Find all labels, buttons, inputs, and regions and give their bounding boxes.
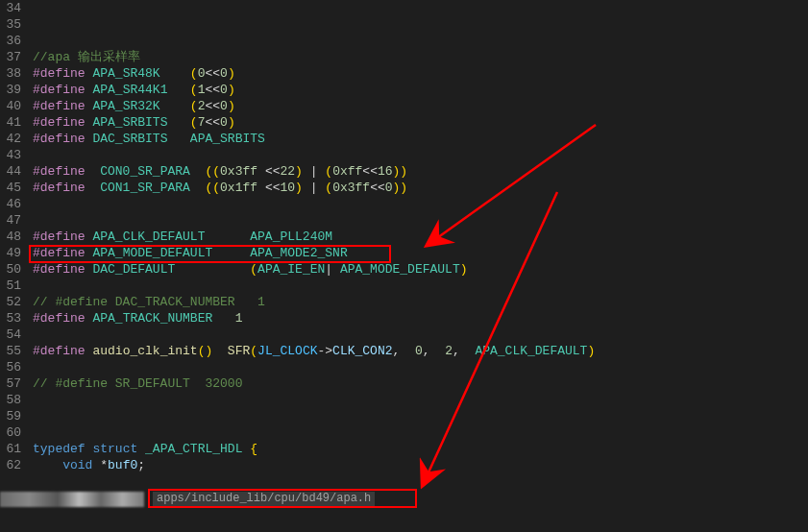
code-line[interactable]: #define APA_MODE_DEFAULT APA_MODE2_SNR [33,245,808,261]
code-line[interactable]: #define APA_SR32K (2<<0) [33,98,808,114]
line-number: 44 [0,163,21,180]
code-line[interactable] [33,147,808,163]
line-number: 47 [0,212,21,229]
line-number: 39 [0,82,21,98]
line-number: 55 [0,343,21,359]
file-path-display: apps/include_lib/cpu/bd49/apa.h [153,492,375,506]
code-line[interactable]: #define APA_SR48K (0<<0) [33,65,808,82]
code-line[interactable]: void *buf0; [33,457,808,473]
line-number: 56 [0,359,21,375]
code-line[interactable]: #define DAC_DEFAULT (APA_IE_EN| APA_MODE… [33,261,808,278]
code-line[interactable]: #define CON1_SR_PARA ((0x1ff <<10) | (0x… [33,180,808,196]
line-number: 37 [0,49,21,65]
line-number: 48 [0,229,21,245]
line-number: 40 [0,98,21,114]
line-number: 53 [0,310,21,326]
line-number: 35 [0,16,21,33]
line-gutter: 3435363738394041424344454647484950515253… [0,0,29,532]
line-number: 62 [0,457,21,473]
code-line[interactable] [33,392,808,408]
line-number: 61 [0,441,21,457]
line-number: 42 [0,131,21,147]
code-line[interactable]: #define audio_clk_init() SFR(JL_CLOCK->C… [33,343,808,359]
line-number: 36 [0,33,21,49]
line-number: 59 [0,408,21,424]
code-line[interactable] [33,212,808,229]
code-line[interactable] [33,326,808,343]
code-line[interactable]: #define DAC_SRBITS APA_SRBITS [33,131,808,147]
line-number: 45 [0,180,21,196]
line-number: 41 [0,114,21,131]
line-number: 34 [0,0,21,16]
code-area[interactable]: //apa 输出采样率#define APA_SR48K (0<<0)#defi… [29,0,808,532]
code-line[interactable]: typedef struct _APA_CTRL_HDL { [33,441,808,457]
code-line[interactable] [33,408,808,424]
code-line[interactable]: #define CON0_SR_PARA ((0x3ff <<22) | (0x… [33,163,808,180]
code-line[interactable] [33,16,808,33]
line-number: 54 [0,326,21,343]
line-number: 52 [0,294,21,310]
line-number: 38 [0,65,21,82]
code-line[interactable]: #define APA_TRACK_NUMBER 1 [33,310,808,326]
code-line[interactable] [33,33,808,49]
line-number: 57 [0,375,21,392]
line-number: 46 [0,196,21,212]
code-line[interactable]: #define APA_SR44K1 (1<<0) [33,82,808,98]
status-blur [0,492,144,507]
code-line[interactable] [33,0,808,16]
line-number: 49 [0,245,21,261]
line-number: 58 [0,392,21,408]
code-line[interactable]: #define APA_SRBITS (7<<0) [33,114,808,131]
code-line[interactable]: // #define SR_DEFAULT 32000 [33,375,808,392]
code-editor[interactable]: 3435363738394041424344454647484950515253… [0,0,808,532]
code-line[interactable] [33,359,808,375]
code-line[interactable] [33,424,808,441]
code-line[interactable]: //apa 输出采样率 [33,49,808,65]
line-number: 51 [0,278,21,294]
line-number: 50 [0,261,21,278]
code-line[interactable] [33,196,808,212]
code-line[interactable]: #define APA_CLK_DEFAULT APA_PLL240M [33,229,808,245]
line-number: 43 [0,147,21,163]
code-line[interactable]: // #define DAC_TRACK_NUMBER 1 [33,294,808,310]
line-number: 60 [0,424,21,441]
code-line[interactable] [33,278,808,294]
